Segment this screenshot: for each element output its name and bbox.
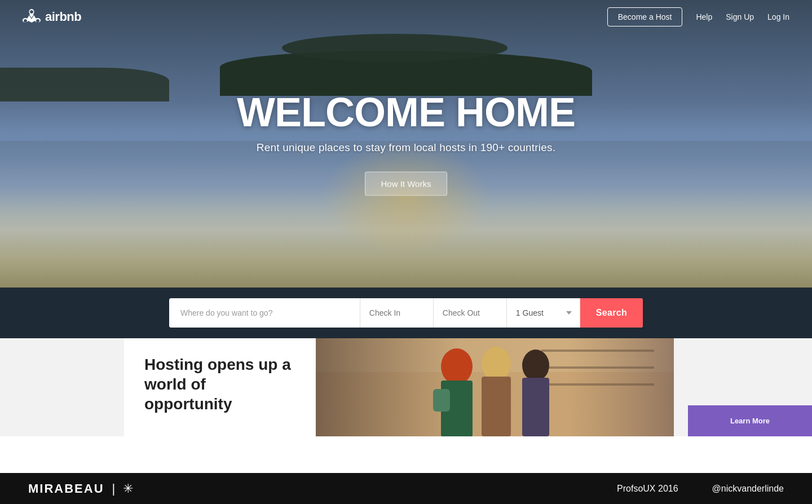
checkout-input[interactable]	[434, 298, 507, 328]
svg-rect-3	[541, 350, 654, 352]
checkin-input[interactable]	[360, 298, 434, 328]
svg-point-6	[441, 348, 473, 384]
search-where-input[interactable]	[169, 298, 360, 328]
island-left	[0, 68, 169, 101]
hosting-image	[316, 338, 674, 436]
navbar-actions: Become a Host Help Sign Up Log In	[607, 7, 789, 26]
become-host-button[interactable]: Become a Host	[607, 7, 683, 26]
hero-subtitle: Rent unique places to stay from local ho…	[237, 142, 575, 154]
signup-link[interactable]: Sign Up	[726, 12, 754, 21]
login-link[interactable]: Log In	[767, 12, 789, 21]
svg-rect-9	[482, 377, 511, 436]
svg-rect-11	[522, 378, 549, 436]
navbar: airbnb Become a Host Help Sign Up Log In	[0, 0, 812, 34]
svg-point-10	[522, 350, 549, 381]
hosting-card: Hosting opens up aworld of opportunity	[124, 338, 316, 436]
hosting-card-title: Hosting opens up aworld of opportunity	[144, 355, 295, 414]
promo-button[interactable]: Learn More	[688, 405, 812, 436]
content-section: Hosting opens up aworld of opportunity	[0, 338, 812, 436]
help-link[interactable]: Help	[696, 12, 712, 21]
search-section: 1 Guest 2 Guests 3 Guests 4 Guests 5+ Gu…	[0, 288, 812, 338]
hero-title: WELCOME HOME	[237, 92, 575, 132]
svg-rect-4	[541, 366, 654, 369]
svg-rect-12	[433, 389, 450, 412]
guests-select[interactable]: 1 Guest 2 Guests 3 Guests 4 Guests 5+ Gu…	[507, 298, 580, 328]
brand-logo[interactable]: airbnb	[23, 8, 81, 26]
how-it-works-button[interactable]: How It Works	[365, 172, 448, 196]
svg-rect-5	[541, 383, 654, 386]
search-button[interactable]: Search	[580, 298, 643, 328]
search-form: 1 Guest 2 Guests 3 Guests 4 Guests 5+ Gu…	[169, 298, 643, 328]
hosting-people-illustration	[316, 338, 674, 436]
hero-content: WELCOME HOME Rent unique places to stay …	[237, 92, 575, 196]
airbnb-icon	[23, 8, 41, 26]
brand-name: airbnb	[45, 10, 81, 24]
hero-section: WELCOME HOME Rent unique places to stay …	[0, 0, 812, 288]
svg-point-8	[482, 347, 511, 381]
island-foliage	[282, 34, 508, 62]
